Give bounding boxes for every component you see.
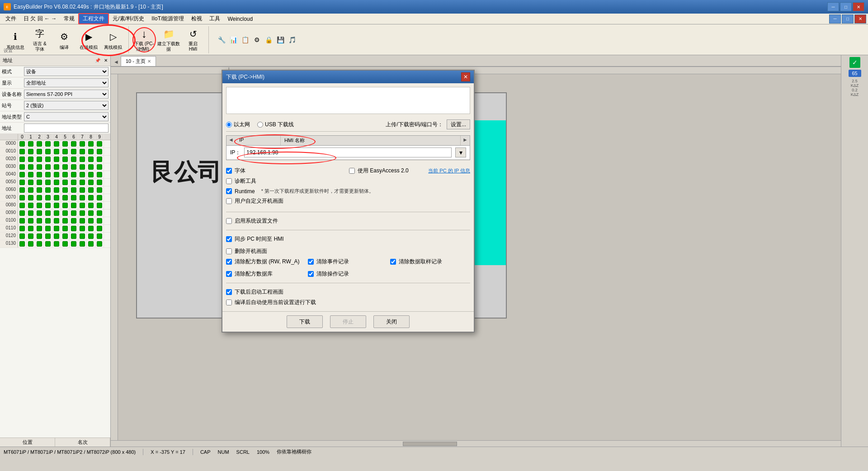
addr-cell-6-9[interactable] (95, 186, 104, 194)
addr-cell-1-6[interactable] (70, 148, 78, 155)
addr-cell-9-8[interactable] (87, 209, 95, 217)
addr-cell-0-2[interactable] (35, 140, 44, 147)
addr-cell-6-5[interactable] (61, 186, 70, 194)
addr-cell-6-0[interactable] (18, 186, 27, 194)
addr-cell-12-3[interactable] (44, 233, 52, 240)
addr-cell-6-4[interactable] (52, 186, 61, 194)
ip-address-input[interactable] (244, 147, 452, 157)
tb-icon-4[interactable]: ⚙ (251, 34, 262, 45)
addr-cell-2-7[interactable] (78, 156, 87, 163)
addr-cell-0-7[interactable] (78, 140, 87, 147)
addr-cell-2-1[interactable] (27, 156, 35, 163)
addr-cell-10-0[interactable] (18, 217, 27, 224)
addr-cell-7-0[interactable] (18, 194, 27, 201)
sub-maximize-button[interactable]: □ (842, 14, 854, 24)
addr-cell-4-5[interactable] (61, 171, 70, 178)
build-data-button[interactable]: 📁 建立下载数据 (157, 27, 180, 52)
easy-access-checkbox[interactable] (349, 168, 355, 174)
addr-cell-13-8[interactable] (87, 240, 95, 247)
addr-cell-5-4[interactable] (52, 179, 61, 186)
addr-cell-10-3[interactable] (44, 217, 52, 224)
addr-cell-9-6[interactable] (70, 209, 78, 217)
addr-cell-1-8[interactable] (87, 148, 95, 155)
ethernet-radio[interactable] (226, 122, 232, 128)
canvas-area[interactable]: | 艮公司 (111, 67, 841, 447)
addr-cell-13-2[interactable] (35, 240, 44, 247)
addr-cell-11-1[interactable] (27, 225, 35, 232)
addr-cell-4-8[interactable] (87, 171, 95, 178)
addr-cell-12-1[interactable] (27, 233, 35, 240)
tb-icon-2[interactable]: 📊 (228, 34, 239, 45)
addr-cell-6-7[interactable] (78, 186, 87, 194)
addr-cell-2-0[interactable] (18, 156, 27, 163)
addr-cell-13-0[interactable] (18, 240, 27, 247)
addr-cell-13-9[interactable] (95, 240, 104, 247)
addr-cell-5-5[interactable] (61, 179, 70, 186)
addr-cell-11-5[interactable] (61, 225, 70, 232)
addr-cell-8-0[interactable] (18, 202, 27, 209)
menu-normal[interactable]: 常规 (60, 14, 78, 24)
table-nav-left[interactable]: ◄ (226, 136, 236, 145)
addr-cell-13-6[interactable] (70, 240, 78, 247)
addr-cell-5-8[interactable] (87, 179, 95, 186)
addr-cell-13-3[interactable] (44, 240, 52, 247)
addr-cell-5-0[interactable] (18, 179, 27, 186)
addr-cell-11-9[interactable] (95, 225, 104, 232)
addr-cell-1-3[interactable] (44, 148, 52, 155)
minimize-button[interactable]: ─ (827, 2, 839, 11)
clear-recipe-db-checkbox[interactable] (226, 271, 232, 277)
addr-cell-8-5[interactable] (61, 202, 70, 209)
addr-cell-3-7[interactable] (78, 163, 87, 171)
addr-cell-8-4[interactable] (52, 202, 61, 209)
addr-cell-13-4[interactable] (52, 240, 61, 247)
tab-close-button[interactable]: ✕ (147, 59, 151, 64)
addr-cell-9-1[interactable] (27, 209, 35, 217)
stop-button[interactable]: 停止 (330, 315, 366, 328)
tb-icon-6[interactable]: 💾 (275, 34, 286, 45)
clear-recipe-data-checkbox[interactable] (226, 259, 232, 265)
panel-pin-button[interactable]: 📌 (94, 57, 101, 64)
addr-cell-11-2[interactable] (35, 225, 44, 232)
addr-cell-6-6[interactable] (70, 186, 78, 194)
addr-cell-11-6[interactable] (70, 225, 78, 232)
addr-cell-0-1[interactable] (27, 140, 35, 147)
download-button[interactable]: 下载 (287, 315, 323, 328)
addr-cell-5-7[interactable] (78, 179, 87, 186)
addr-cell-4-6[interactable] (70, 171, 78, 178)
addr-type-select[interactable]: C (24, 112, 108, 121)
addr-cell-7-3[interactable] (44, 194, 52, 201)
addr-cell-2-9[interactable] (95, 156, 104, 163)
addr-cell-12-9[interactable] (95, 233, 104, 240)
addr-cell-0-9[interactable] (95, 140, 104, 147)
addr-cell-0-8[interactable] (87, 140, 95, 147)
addr-cell-6-1[interactable] (27, 186, 35, 194)
addr-cell-9-0[interactable] (18, 209, 27, 217)
addr-cell-7-6[interactable] (70, 194, 78, 201)
addr-cell-8-3[interactable] (44, 202, 52, 209)
addr-cell-12-6[interactable] (70, 233, 78, 240)
addr-cell-9-2[interactable] (35, 209, 44, 217)
addr-cell-7-7[interactable] (78, 194, 87, 201)
pc-ip-link[interactable]: 当前 PC 的 IP 信息 (428, 167, 470, 174)
addr-cell-10-7[interactable] (78, 217, 87, 224)
addr-cell-1-1[interactable] (27, 148, 35, 155)
online-sim-button[interactable]: ▶ 在线模拟 (77, 27, 100, 52)
addr-cell-8-6[interactable] (70, 202, 78, 209)
tab-nav-left[interactable]: ◄ (113, 58, 120, 66)
addr-cell-3-4[interactable] (52, 163, 61, 171)
addr-cell-1-2[interactable] (35, 148, 44, 155)
addr-cell-8-8[interactable] (87, 202, 95, 209)
addr-cell-2-4[interactable] (52, 156, 61, 163)
addr-cell-4-7[interactable] (78, 171, 87, 178)
close-dialog-button[interactable]: 关闭 (373, 315, 410, 328)
station-select[interactable]: 2 (预设) (24, 101, 108, 110)
addr-cell-2-3[interactable] (44, 156, 52, 163)
tb-icon-7[interactable]: 🎵 (287, 34, 297, 45)
clear-data-log-checkbox[interactable] (390, 259, 396, 265)
ethernet-radio-label[interactable]: 以太网 (226, 121, 250, 128)
addr-cell-0-3[interactable] (44, 140, 52, 147)
addr-cell-3-2[interactable] (35, 163, 44, 171)
addr-cell-0-5[interactable] (61, 140, 70, 147)
addr-cell-1-0[interactable] (18, 148, 27, 155)
addr-cell-4-3[interactable] (44, 171, 52, 178)
